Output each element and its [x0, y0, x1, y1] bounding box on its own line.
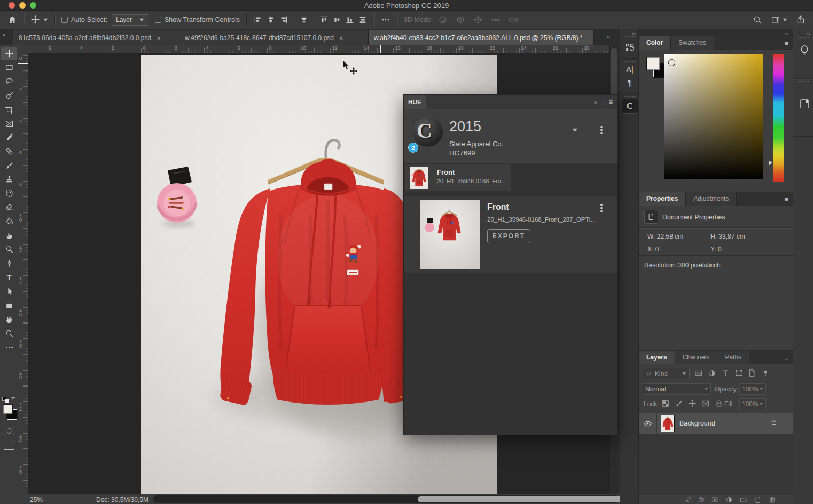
- hue-extension-icon[interactable]: C: [622, 99, 638, 113]
- adjustment-icon[interactable]: [725, 496, 733, 503]
- panel-menu-icon[interactable]: ≡: [784, 195, 788, 203]
- hue-slider-arrow[interactable]: [769, 160, 772, 166]
- history-brush-tool[interactable]: [1, 187, 17, 200]
- link-icon[interactable]: [685, 496, 692, 503]
- tab-channels[interactable]: Channels: [675, 351, 718, 364]
- auto-select-target-dropdown[interactable]: Layer ▼: [112, 14, 148, 26]
- distribute-v-icon[interactable]: [358, 15, 368, 25]
- panel-menu-icon[interactable]: ≡: [609, 98, 613, 106]
- learn-panel-lightbulb-icon[interactable]: [798, 44, 809, 55]
- panel-menu-icon[interactable]: ≡: [784, 354, 788, 362]
- lasso-tool[interactable]: [1, 75, 17, 88]
- vertical-ruler[interactable]: 024681 01 21 41 61 82 02 22 42 6: [18, 53, 28, 494]
- frame-tool[interactable]: [1, 117, 17, 130]
- collapse-panels-icon[interactable]: ‹‹: [785, 30, 788, 36]
- auto-select-checkbox[interactable]: [61, 17, 68, 23]
- hue-panel-tab[interactable]: HUE: [404, 95, 426, 109]
- search-icon[interactable]: [753, 15, 762, 25]
- hue-item-selected[interactable]: Front 20_H1_35946-0168_Fro...: [405, 164, 511, 191]
- export-button[interactable]: EXPORT: [487, 229, 530, 243]
- tab-properties[interactable]: Properties: [639, 192, 686, 206]
- tab-swatches[interactable]: Swatches: [671, 36, 714, 50]
- character-panel-icon[interactable]: A|: [620, 65, 639, 74]
- horizontal-ruler[interactable]: 6420246810121416182022242628: [28, 45, 609, 53]
- brush-tool[interactable]: [1, 159, 17, 172]
- tab-layers[interactable]: Layers: [639, 351, 675, 364]
- filter-toggle-icon[interactable]: [761, 369, 770, 377]
- screen-mode-button[interactable]: [4, 442, 14, 450]
- tab-color[interactable]: Color: [639, 36, 671, 50]
- share-icon[interactable]: [796, 15, 806, 25]
- align-center-h-icon[interactable]: [266, 15, 276, 25]
- hue-detail-thumbnail[interactable]: [420, 200, 480, 269]
- align-left-icon[interactable]: [253, 15, 263, 25]
- quick-mask-button[interactable]: [4, 427, 14, 435]
- layer-mask-icon[interactable]: [711, 496, 718, 503]
- layer-row-background[interactable]: Background: [639, 413, 793, 434]
- path-selection-tool[interactable]: [1, 285, 17, 298]
- chevron-down-icon[interactable]: ▼: [571, 127, 579, 133]
- eraser-tool[interactable]: [1, 201, 17, 214]
- lock-artboard-icon[interactable]: [701, 399, 710, 408]
- tab-close-icon[interactable]: ×: [339, 34, 343, 42]
- collapse-panel-icon[interactable]: »: [594, 99, 597, 105]
- rectangle-tool[interactable]: [1, 299, 17, 312]
- lock-transparent-icon[interactable]: [661, 399, 670, 408]
- swap-colors-icon[interactable]: ⇄: [2, 396, 16, 403]
- hue-menu-kebab-icon[interactable]: [600, 124, 603, 136]
- paint-bucket-tool[interactable]: [1, 215, 17, 228]
- align-top-icon[interactable]: [319, 15, 329, 25]
- panel-grip[interactable]: [798, 81, 809, 82]
- ruler-origin-corner[interactable]: [18, 45, 28, 53]
- 3d-pan-icon[interactable]: [473, 15, 483, 25]
- layer-visibility-toggle[interactable]: [639, 413, 657, 434]
- align-bottom-icon[interactable]: [345, 15, 355, 25]
- hue-collection-year[interactable]: 2015: [449, 119, 481, 135]
- distribute-h-icon[interactable]: [299, 15, 309, 25]
- align-right-icon[interactable]: [279, 15, 288, 25]
- expand-panels-icon[interactable]: ‹‹: [632, 30, 636, 36]
- hue-detail-kebab-icon[interactable]: [600, 202, 603, 214]
- hue-panel-header[interactable]: HUE » | ≡: [404, 95, 617, 109]
- 3d-camera-icon[interactable]: [509, 15, 518, 25]
- new-layer-icon[interactable]: [754, 496, 762, 503]
- tab-overflow-right-icon[interactable]: »: [607, 34, 609, 40]
- lock-position-icon[interactable]: [688, 399, 697, 408]
- 3d-orbit-icon[interactable]: [438, 15, 448, 25]
- hue-slider-strip[interactable]: [773, 54, 784, 182]
- crop-tool[interactable]: [1, 103, 17, 116]
- foreground-color-swatch[interactable]: [3, 404, 13, 414]
- delete-icon[interactable]: [769, 496, 776, 503]
- clone-stamp-tool[interactable]: [1, 173, 17, 186]
- adjustment-filter-icon[interactable]: [708, 369, 716, 377]
- paragraph-panel-icon[interactable]: ¶: [620, 78, 639, 88]
- image-icon[interactable]: [694, 369, 703, 377]
- libraries-panel-book-icon[interactable]: [798, 98, 809, 108]
- workspace-switcher[interactable]: ▼: [771, 15, 787, 25]
- eyedropper-tool[interactable]: [1, 131, 17, 144]
- panel-grip[interactable]: [624, 61, 636, 62]
- 3d-roll-icon[interactable]: [456, 15, 465, 25]
- fill-field[interactable]: 100% ▼: [739, 398, 766, 410]
- hand-tool[interactable]: [1, 313, 17, 326]
- rectangular-marquee-tool[interactable]: [1, 61, 17, 74]
- lock-all-icon[interactable]: [715, 399, 723, 408]
- zoom-tool[interactable]: [1, 327, 17, 340]
- blend-mode-dropdown[interactable]: Normal ▼: [643, 383, 711, 395]
- more-tools[interactable]: [1, 341, 17, 354]
- expand-panels-icon[interactable]: ‹‹: [807, 30, 810, 36]
- dodge-tool[interactable]: [1, 243, 17, 256]
- healing-brush-tool[interactable]: [1, 145, 17, 158]
- tab-overflow-left-icon[interactable]: »: [2, 32, 5, 38]
- smart-object-filter-icon[interactable]: [748, 369, 756, 377]
- opacity-field[interactable]: 100% ▼: [739, 383, 766, 395]
- group-icon[interactable]: [740, 496, 747, 503]
- panel-grip[interactable]: [624, 36, 636, 37]
- layer-filter-kind-dropdown[interactable]: Kind ▼: [643, 368, 690, 379]
- 3d-slide-icon[interactable]: [491, 15, 501, 25]
- panel-grip[interactable]: [624, 96, 636, 97]
- align-middle-icon[interactable]: [332, 15, 342, 25]
- glyphs-panel-icon[interactable]: [624, 42, 635, 53]
- color-saturation-field[interactable]: [664, 54, 763, 179]
- type-tool[interactable]: T: [1, 271, 17, 284]
